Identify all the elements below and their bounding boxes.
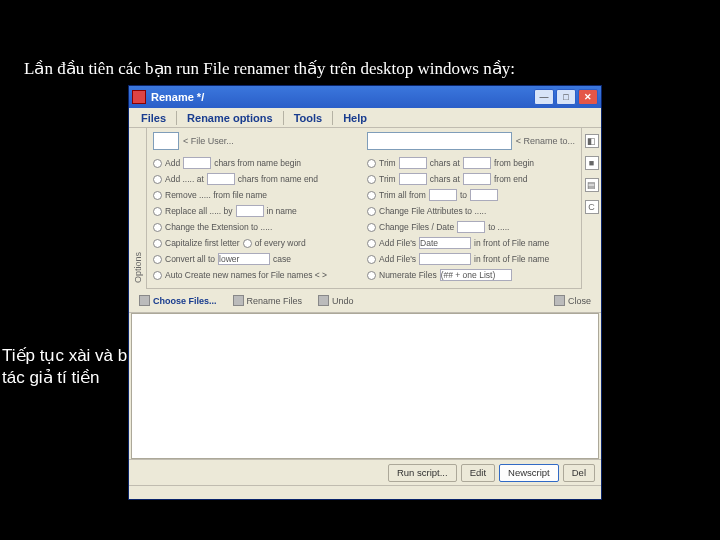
menu-rename-options[interactable]: Rename options: [181, 110, 279, 126]
rename-icon: [233, 295, 244, 306]
opt-trim-all: Trim all from: [379, 190, 426, 200]
radio-remove[interactable]: [153, 191, 162, 200]
opt-cap-tail: of every word: [255, 238, 306, 248]
select-add-files[interactable]: [419, 253, 471, 265]
opt-trim-end-a: chars at: [430, 174, 460, 184]
opt-replace: Replace all ..... by: [165, 206, 233, 216]
undo-button[interactable]: Undo: [314, 293, 358, 308]
opt-change-date-tail: to .....: [488, 222, 509, 232]
radio-add-begin[interactable]: [153, 159, 162, 168]
filter-row: < File User... < Rename to...: [147, 128, 581, 154]
input-trim-end-1[interactable]: [399, 173, 427, 185]
opt-change-ext: Change the Extension to .....: [165, 222, 272, 232]
filter-combo-left[interactable]: [153, 132, 179, 150]
input-trim-begin-2[interactable]: [463, 157, 491, 169]
radio-add-end[interactable]: [153, 175, 162, 184]
menu-separator: [176, 111, 177, 125]
input-add-begin[interactable]: [183, 157, 211, 169]
opt-add-date: Add File's: [379, 238, 416, 248]
opt-trim-begin-a: chars at: [430, 158, 460, 168]
radio-trim-begin[interactable]: [367, 159, 376, 168]
undo-label: Undo: [332, 296, 354, 306]
radio-trim-end[interactable]: [367, 175, 376, 184]
input-replace[interactable]: [236, 205, 264, 217]
sidebar-icon-4[interactable]: C: [585, 200, 599, 214]
radio-change-attr[interactable]: [367, 207, 376, 216]
maximize-button[interactable]: □: [556, 89, 576, 105]
radio-auto-create[interactable]: [153, 271, 162, 280]
radio-change-ext[interactable]: [153, 223, 162, 232]
run-script-button[interactable]: Run script...: [388, 464, 457, 482]
radio-add-date[interactable]: [367, 239, 376, 248]
opt-trim-begin-tail: from begin: [494, 158, 534, 168]
radio-numerate[interactable]: [367, 271, 376, 280]
opt-add-begin: Add: [165, 158, 180, 168]
select-add-date[interactable]: Date: [419, 237, 471, 249]
select-numerate[interactable]: (## + one List): [440, 269, 512, 281]
opt-change-date: Change Files / Date: [379, 222, 454, 232]
del-button[interactable]: Del: [563, 464, 595, 482]
sidebar-icon-3[interactable]: ▤: [585, 178, 599, 192]
radio-change-date[interactable]: [367, 223, 376, 232]
folder-icon: [139, 295, 150, 306]
close-tool-button[interactable]: Close: [550, 293, 595, 308]
opt-change-attr: Change File Attributes to .....: [379, 206, 486, 216]
opt-trim-all-tail: to: [460, 190, 467, 200]
menu-help[interactable]: Help: [337, 110, 373, 126]
sidebar-icon-1[interactable]: ◧: [585, 134, 599, 148]
radio-replace[interactable]: [153, 207, 162, 216]
sidebar-right: ◧ ■ ▤ C: [581, 128, 601, 289]
opt-add-begin-tail: chars from name begin: [214, 158, 301, 168]
rename-to-input[interactable]: [367, 132, 512, 150]
input-add-end[interactable]: [207, 173, 235, 185]
menu-separator: [283, 111, 284, 125]
app-icon: [132, 90, 146, 104]
caption-top: Lần đầu tiên các bạn run File renamer th…: [24, 58, 515, 79]
opt-add-end: Add ..... at: [165, 174, 204, 184]
titlebar: Rename */ — □ ✕: [129, 86, 601, 108]
radio-convert-case[interactable]: [153, 255, 162, 264]
opt-add-files-tail: in front of File name: [474, 254, 549, 264]
options-col-left: Addchars from name begin Add ..... atcha…: [153, 156, 361, 282]
opt-convert-tail: case: [273, 254, 291, 264]
close-icon: [554, 295, 565, 306]
radio-trim-all[interactable]: [367, 191, 376, 200]
opt-convert: Convert all to: [165, 254, 215, 264]
opt-add-files: Add File's: [379, 254, 416, 264]
close-button[interactable]: ✕: [578, 89, 598, 105]
sidebar-left: Options: [129, 128, 147, 289]
radio-cap-everyword[interactable]: [243, 239, 252, 248]
options-col-right: Trimchars atfrom begin Trimchars atfrom …: [367, 156, 575, 282]
rename-files-button[interactable]: Rename Files: [229, 293, 307, 308]
opt-replace-tail: in name: [267, 206, 297, 216]
edit-button[interactable]: Edit: [461, 464, 495, 482]
input-trim-end-2[interactable]: [463, 173, 491, 185]
choose-files-label: Choose Files...: [153, 296, 217, 306]
opt-add-end-tail: chars from name end: [238, 174, 318, 184]
radio-add-files[interactable]: [367, 255, 376, 264]
newscript-button[interactable]: Newscript: [499, 464, 559, 482]
radio-capitalize[interactable]: [153, 239, 162, 248]
close-label: Close: [568, 296, 591, 306]
menu-tools[interactable]: Tools: [288, 110, 329, 126]
input-trim-all-to[interactable]: [470, 189, 498, 201]
opt-trim-end-tail: from end: [494, 174, 528, 184]
menu-files[interactable]: Files: [135, 110, 172, 126]
caption-left-line2: tác giả tí tiền: [2, 368, 99, 387]
minimize-button[interactable]: —: [534, 89, 554, 105]
input-trim-begin-1[interactable]: [399, 157, 427, 169]
select-case[interactable]: lower: [218, 253, 270, 265]
opt-numerate: Numerate Files: [379, 270, 437, 280]
rename-files-label: Rename Files: [247, 296, 303, 306]
input-trim-all-from[interactable]: [429, 189, 457, 201]
script-bar: Run script... Edit Newscript Del: [129, 459, 601, 485]
opt-add-date-tail: in front of File name: [474, 238, 549, 248]
undo-icon: [318, 295, 329, 306]
input-change-date[interactable]: [457, 221, 485, 233]
choose-files-button[interactable]: Choose Files...: [135, 293, 221, 308]
app-window: Rename */ — □ ✕ Files Rename options Too…: [128, 85, 602, 500]
file-list[interactable]: [131, 313, 599, 459]
sidebar-icon-2[interactable]: ■: [585, 156, 599, 170]
status-bar: [129, 485, 601, 499]
opt-trim-begin: Trim: [379, 158, 396, 168]
